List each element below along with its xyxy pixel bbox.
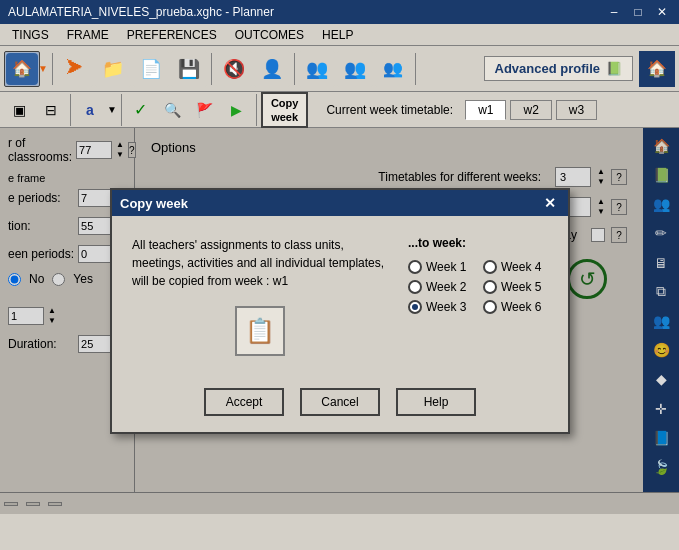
maximize-button[interactable]: □ — [629, 5, 647, 19]
menu-outcomes[interactable]: OUTCOMES — [227, 26, 312, 44]
radio-circle-1 — [483, 260, 497, 274]
advanced-profile-icon: 📗 — [606, 61, 622, 76]
group2-icon: 👥 — [344, 58, 366, 80]
group2-button[interactable]: 👥 — [337, 51, 373, 87]
help-button[interactable]: Help — [396, 388, 476, 416]
week-option-label-5: Week 6 — [501, 300, 541, 314]
main-toolbar: 🏠 ▼ ⮞ 📁 📄 💾 🔇 👤 👥 👥 👥 Advanced profile 📗… — [0, 46, 679, 92]
dialog-footer: Accept Cancel Help — [112, 376, 568, 432]
dialog-body: All teachers' assignments to class units… — [112, 216, 568, 376]
save-button[interactable]: 💾 — [171, 51, 207, 87]
separator-4 — [415, 53, 416, 85]
main-area: r of classrooms: ▲ ▼ ? e frame e periods… — [0, 128, 679, 514]
separator-3 — [294, 53, 295, 85]
tb2-sep3 — [256, 94, 257, 126]
tb2-run-btn[interactable]: ▶ — [222, 96, 252, 124]
tb2-btn2[interactable]: ⊟ — [36, 96, 66, 124]
week-option-4[interactable]: Week 3 — [408, 300, 473, 314]
week-option-label-2: Week 2 — [426, 280, 466, 294]
dialog-right: ...to week: Week 1 Week 4 — [408, 236, 548, 356]
advanced-profile-label: Advanced profile — [495, 61, 600, 76]
dialog-title: Copy week — [120, 196, 188, 211]
folder-button[interactable]: 📁 — [95, 51, 131, 87]
folder-icon: 📁 — [102, 58, 124, 80]
home-dropdown-icon[interactable]: ▼ — [38, 63, 48, 74]
week-tab-w2[interactable]: w2 — [510, 100, 551, 120]
tb2-run-icon: ▶ — [231, 102, 242, 118]
tb2-icon3: a — [86, 102, 94, 118]
radio-circle-0 — [408, 260, 422, 274]
titlebar-title: AULAMATERIA_NIVELES_prueba.xghc - Planne… — [8, 5, 274, 19]
group1-button[interactable]: 👥 — [299, 51, 335, 87]
tb2-icon1: ▣ — [13, 102, 26, 118]
copy-week-dialog: Copy week ✕ All teachers' assignments to… — [110, 188, 570, 434]
dialog-close-button[interactable]: ✕ — [540, 195, 560, 211]
week-tab-w1[interactable]: w1 — [465, 100, 506, 120]
week-tab-w3[interactable]: w3 — [556, 100, 597, 120]
tb2-btn1[interactable]: ▣ — [4, 96, 34, 124]
week-option-label-0: Week 1 — [426, 260, 466, 274]
separator-2 — [211, 53, 212, 85]
navigate-button[interactable]: ⮞ — [57, 51, 93, 87]
dialog-titlebar: Copy week ✕ — [112, 190, 568, 216]
close-button[interactable]: ✕ — [653, 5, 671, 19]
doc-button[interactable]: 📄 — [133, 51, 169, 87]
person-button[interactable]: 👤 — [254, 51, 290, 87]
doc-icon: 📄 — [140, 58, 162, 80]
week-tabs: Current week timetable: w1 w2 w3 — [326, 100, 597, 120]
group3-button[interactable]: 👥 — [375, 51, 411, 87]
week-options-grid: Week 1 Week 4 Week 2 — [408, 260, 548, 314]
navigate-icon: ⮞ — [66, 58, 84, 79]
save-icon: 💾 — [178, 58, 200, 80]
menubar: TINGS FRAME PREFERENCES OUTCOMES HELP — [0, 24, 679, 46]
sound-icon: 🔇 — [223, 58, 245, 80]
dialog-copy-icon: 📋 — [235, 306, 285, 356]
sound-button[interactable]: 🔇 — [216, 51, 252, 87]
copy-week-button[interactable]: Copyweek — [261, 92, 309, 128]
tb2-flag-btn[interactable]: 🚩 — [190, 96, 220, 124]
menu-help[interactable]: HELP — [314, 26, 361, 44]
menu-preferences[interactable]: PREFERENCES — [119, 26, 225, 44]
dialog-left: All teachers' assignments to class units… — [132, 236, 388, 356]
tb2-flag-icon: 🚩 — [196, 102, 213, 118]
radio-circle-4 — [408, 300, 422, 314]
week-option-1[interactable]: Week 4 — [483, 260, 548, 274]
group3-icon: 👥 — [383, 59, 403, 78]
separator-1 — [52, 53, 53, 85]
menu-tings[interactable]: TINGS — [4, 26, 57, 44]
accept-button[interactable]: Accept — [204, 388, 284, 416]
menu-frame[interactable]: FRAME — [59, 26, 117, 44]
cancel-button[interactable]: Cancel — [300, 388, 380, 416]
week-option-label-1: Week 4 — [501, 260, 541, 274]
dialog-icon-area: 📋 — [132, 306, 388, 356]
tb2-btn3[interactable]: a — [75, 96, 105, 124]
right-home-button[interactable]: 🏠 — [639, 51, 675, 87]
titlebar-controls: – □ ✕ — [605, 5, 671, 19]
week-option-0[interactable]: Week 1 — [408, 260, 473, 274]
tb2-sep2 — [121, 94, 122, 126]
radio-circle-3 — [483, 280, 497, 294]
tb2-zoom-btn[interactable]: 🔍 — [158, 96, 188, 124]
to-week-label: ...to week: — [408, 236, 548, 250]
week-option-3[interactable]: Week 5 — [483, 280, 548, 294]
copy-week-label: Copyweek — [271, 96, 299, 124]
week-option-2[interactable]: Week 2 — [408, 280, 473, 294]
home-button[interactable]: 🏠 — [4, 51, 40, 87]
radio-circle-2 — [408, 280, 422, 294]
titlebar: AULAMATERIA_NIVELES_prueba.xghc - Planne… — [0, 0, 679, 24]
home-icon: 🏠 — [6, 53, 38, 85]
current-week-label: Current week timetable: — [326, 103, 453, 117]
tb2-dropdown1[interactable]: ▼ — [107, 104, 117, 115]
right-home-icon: 🏠 — [647, 59, 667, 78]
tb2-icon2: ⊟ — [45, 102, 57, 118]
week-option-5[interactable]: Week 6 — [483, 300, 548, 314]
tb2-sep1 — [70, 94, 71, 126]
advanced-profile: Advanced profile 📗 — [484, 56, 633, 81]
dialog-content: All teachers' assignments to class units… — [132, 236, 548, 356]
week-option-label-3: Week 5 — [501, 280, 541, 294]
tb2-zoom-icon: 🔍 — [164, 102, 181, 118]
person-icon: 👤 — [261, 58, 283, 80]
tb2-check-icon: ✓ — [134, 100, 147, 119]
tb2-check-btn[interactable]: ✓ — [126, 96, 156, 124]
minimize-button[interactable]: – — [605, 5, 623, 19]
